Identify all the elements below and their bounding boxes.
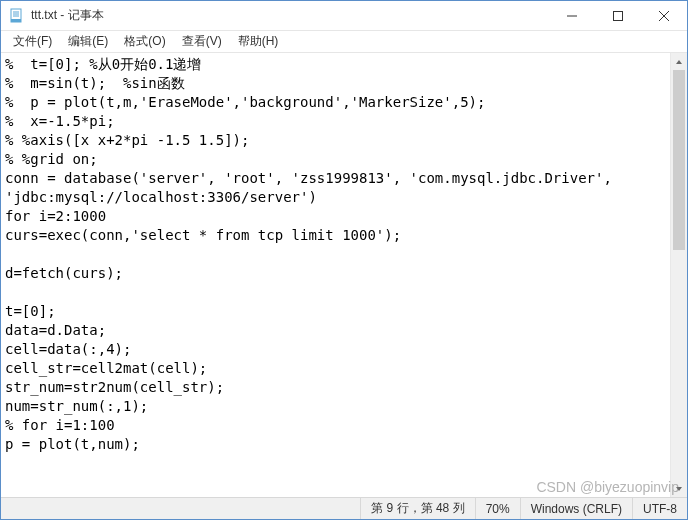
status-line-ending: Windows (CRLF) — [520, 498, 632, 519]
close-button[interactable] — [641, 1, 687, 30]
svg-marker-9 — [676, 60, 682, 64]
content-area: % t=[0]; %从0开始0.1递增 % m=sin(t); %sin函数 %… — [1, 53, 687, 497]
window-controls — [549, 1, 687, 30]
maximize-button[interactable] — [595, 1, 641, 30]
svg-marker-10 — [676, 487, 682, 491]
titlebar: ttt.txt - 记事本 — [1, 1, 687, 31]
minimize-button[interactable] — [549, 1, 595, 30]
scroll-down-button[interactable] — [671, 480, 687, 497]
menubar: 文件(F) 编辑(E) 格式(O) 查看(V) 帮助(H) — [1, 31, 687, 53]
svg-rect-6 — [614, 11, 623, 20]
menu-help[interactable]: 帮助(H) — [230, 31, 287, 52]
notepad-window: ttt.txt - 记事本 文件(F) 编辑(E) 格式(O) 查看(V) 帮助… — [0, 0, 688, 520]
menu-edit[interactable]: 编辑(E) — [60, 31, 116, 52]
status-zoom: 70% — [475, 498, 520, 519]
scroll-track[interactable] — [671, 70, 687, 480]
vertical-scrollbar[interactable] — [670, 53, 687, 497]
menu-view[interactable]: 查看(V) — [174, 31, 230, 52]
status-position: 第 9 行，第 48 列 — [360, 498, 474, 519]
scroll-thumb[interactable] — [673, 70, 685, 250]
status-encoding: UTF-8 — [632, 498, 687, 519]
status-spacer — [1, 498, 360, 519]
menu-format[interactable]: 格式(O) — [116, 31, 173, 52]
text-editor[interactable]: % t=[0]; %从0开始0.1递增 % m=sin(t); %sin函数 %… — [1, 53, 670, 497]
notepad-icon — [9, 8, 25, 24]
svg-rect-1 — [11, 19, 21, 22]
statusbar: 第 9 行，第 48 列 70% Windows (CRLF) UTF-8 — [1, 497, 687, 519]
menu-file[interactable]: 文件(F) — [5, 31, 60, 52]
window-title: ttt.txt - 记事本 — [31, 7, 549, 24]
scroll-up-button[interactable] — [671, 53, 687, 70]
